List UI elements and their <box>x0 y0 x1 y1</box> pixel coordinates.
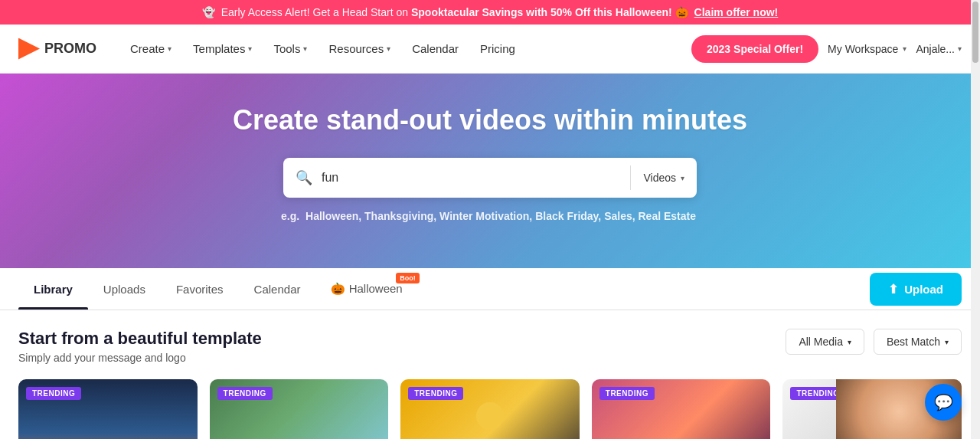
tabs-section: Library Uploads Favorites Calendar 🎃 Hal… <box>0 268 980 310</box>
filter-all-media[interactable]: All Media ▾ <box>786 329 864 355</box>
tab-library[interactable]: Library <box>18 269 88 310</box>
user-button[interactable]: Anjale... ▾ <box>916 43 962 55</box>
card-4-bg: TRENDING <box>592 379 771 439</box>
chat-icon: 💬 <box>934 393 953 411</box>
content-title: Start from a beautiful template Simply a… <box>18 329 262 364</box>
upload-label: Upload <box>904 283 943 296</box>
search-type-dropdown[interactable]: Videos ▾ <box>631 172 697 184</box>
examples-text: Halloween, Thanksgiving, Winter Motivati… <box>305 210 696 222</box>
nav-right: 2023 Special Offer! My Workspace ▾ Anjal… <box>691 35 962 63</box>
upload-button[interactable]: ⬆ Upload <box>870 273 962 306</box>
card-3-trending-badge: TRENDING <box>408 387 463 400</box>
logo-text: PROMO <box>44 41 96 57</box>
nav-pricing-label: Pricing <box>480 42 515 55</box>
banner-ghost-icon: 👻 <box>202 6 215 18</box>
tab-calendar-label: Calendar <box>254 283 301 296</box>
upload-icon: ⬆ <box>888 282 898 296</box>
tab-favorites[interactable]: Favorites <box>161 269 239 310</box>
top-banner: 👻 Early Access Alert! Get a Head Start o… <box>0 0 980 25</box>
nav-create-label: Create <box>130 42 165 55</box>
template-card-1[interactable]: TRENDING Believing in <box>18 379 198 439</box>
nav-templates-label: Templates <box>193 42 245 55</box>
content-subtitle: Simply add your message and logo <box>18 352 262 364</box>
filter-controls: All Media ▾ Best Match ▾ <box>786 329 962 355</box>
search-bar: 🔍 Videos ▾ <box>283 158 697 198</box>
filter-all-media-chevron: ▾ <box>848 338 851 346</box>
search-type-chevron: ▾ <box>681 174 684 182</box>
search-icon: 🔍 <box>283 169 322 186</box>
tab-calendar[interactable]: Calendar <box>239 269 316 310</box>
nav-tools-label: Tools <box>273 42 300 55</box>
search-input[interactable] <box>322 171 630 185</box>
nav-resources-chevron: ▾ <box>387 44 390 53</box>
card-2-trending-badge: TRENDING <box>217 387 273 400</box>
chat-button[interactable]: 💬 <box>925 384 962 421</box>
card-3-moon <box>476 402 504 430</box>
tab-halloween[interactable]: 🎃 Halloween Boo! <box>315 268 417 310</box>
user-chevron: ▾ <box>958 44 962 53</box>
content-section: Start from a beautiful template Simply a… <box>0 310 980 439</box>
workspace-button[interactable]: My Workspace ▾ <box>828 43 906 55</box>
nav-create[interactable]: Create ▾ <box>121 36 181 61</box>
card-1-bg: TRENDING Believing in <box>18 379 198 439</box>
special-offer-button[interactable]: 2023 Special Offer! <box>691 35 818 63</box>
nav-tools-chevron: ▾ <box>303 44 307 53</box>
workspace-label: My Workspace <box>828 43 898 55</box>
search-type-label: Videos <box>643 172 676 184</box>
content-header: Start from a beautiful template Simply a… <box>18 329 962 364</box>
card-4-trending-badge: TRENDING <box>599 387 655 400</box>
nav-calendar-label: Calendar <box>412 42 459 55</box>
template-card-3[interactable]: TRENDING As the Moon Shines <box>400 379 580 439</box>
template-card-4[interactable]: TRENDING <box>592 379 771 439</box>
hero-section: Create stand-out videos within minutes 🔍… <box>0 74 980 268</box>
filter-best-match[interactable]: Best Match ▾ <box>874 329 962 355</box>
content-heading: Start from a beautiful template <box>18 329 262 349</box>
nav-create-chevron: ▾ <box>168 44 172 53</box>
logo-icon <box>18 38 40 60</box>
card-2-bg: TRENDING Shop <box>210 379 389 439</box>
template-card-2[interactable]: TRENDING Shop <box>210 379 389 439</box>
nav-tools[interactable]: Tools ▾ <box>264 36 316 61</box>
banner-text: Early Access Alert! Get a Head Start on … <box>221 6 688 18</box>
card-1-trending-badge: TRENDING <box>26 387 81 400</box>
user-label: Anjale... <box>916 43 955 55</box>
scrollbar-thumb[interactable] <box>972 2 978 63</box>
filter-best-match-chevron: ▾ <box>945 338 949 346</box>
hero-title: Create stand-out videos within minutes <box>0 104 980 136</box>
navbar: PROMO Create ▾ Templates ▾ Tools ▾ Resou… <box>0 25 980 74</box>
hero-examples: e.g. Halloween, Thanksgiving, Winter Mot… <box>0 210 980 222</box>
tab-halloween-label: 🎃 Halloween <box>331 282 402 296</box>
halloween-badge: Boo! <box>396 273 420 283</box>
tab-library-label: Library <box>34 283 73 296</box>
examples-label: e.g. <box>281 210 299 222</box>
nav-calendar[interactable]: Calendar <box>403 36 468 61</box>
tab-uploads-label: Uploads <box>103 283 145 296</box>
logo[interactable]: PROMO <box>18 38 96 60</box>
tab-favorites-label: Favorites <box>176 283 224 296</box>
template-cards: TRENDING Believing in TRENDING Shop TREN… <box>18 379 962 439</box>
workspace-chevron: ▾ <box>903 44 906 53</box>
nav-resources[interactable]: Resources ▾ <box>319 36 400 61</box>
nav-templates[interactable]: Templates ▾ <box>184 36 261 61</box>
tab-uploads[interactable]: Uploads <box>88 269 161 310</box>
claim-offer-link[interactable]: Claim offer now! <box>694 6 779 18</box>
card-3-bg: TRENDING As the Moon Shines <box>400 379 580 439</box>
page-scrollbar[interactable] <box>971 0 980 439</box>
nav-resources-label: Resources <box>328 42 384 55</box>
tabs-list: Library Uploads Favorites Calendar 🎃 Hal… <box>18 268 870 310</box>
tabs-right: ⬆ Upload <box>870 273 962 306</box>
nav-links: Create ▾ Templates ▾ Tools ▾ Resources ▾… <box>121 36 691 61</box>
filter-all-media-label: All Media <box>799 336 843 348</box>
filter-best-match-label: Best Match <box>887 336 940 348</box>
nav-pricing[interactable]: Pricing <box>471 36 524 61</box>
nav-templates-chevron: ▾ <box>248 44 252 53</box>
